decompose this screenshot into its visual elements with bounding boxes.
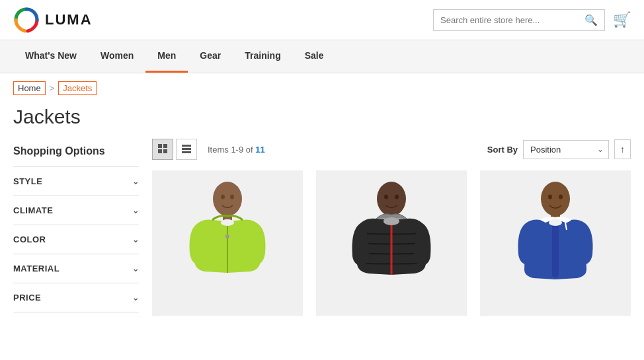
- sort-asc-icon: ↑: [620, 144, 625, 155]
- product-image-blue: [512, 174, 598, 312]
- product-card[interactable]: [480, 170, 631, 316]
- filter-label-material: MATERIAL: [13, 264, 60, 273]
- chevron-down-icon-material: ⌄: [132, 264, 140, 273]
- product-image-green: [184, 174, 270, 312]
- svg-rect-1: [158, 144, 162, 148]
- svg-rect-7: [182, 151, 191, 153]
- svg-point-18: [383, 217, 399, 225]
- svg-rect-2: [163, 144, 167, 148]
- svg-point-20: [395, 195, 399, 199]
- sort-label: Sort By: [487, 145, 518, 155]
- filter-group-climate: CLIMATE ⌄: [13, 196, 139, 225]
- product-image-wrapper: [316, 170, 467, 316]
- svg-point-25: [559, 195, 563, 199]
- product-card[interactable]: [316, 170, 467, 316]
- svg-rect-3: [158, 149, 162, 153]
- search-icon: 🔍: [584, 15, 598, 26]
- logo-text: LUMA: [45, 11, 93, 28]
- svg-point-12: [221, 219, 234, 226]
- svg-point-23: [549, 219, 562, 226]
- logo[interactable]: LUMA: [13, 7, 93, 33]
- nav-item-men[interactable]: Men: [145, 40, 188, 73]
- filter-header-style[interactable]: STYLE ⌄: [13, 167, 139, 196]
- svg-rect-6: [182, 148, 191, 150]
- nav-item-training[interactable]: Training: [233, 40, 292, 73]
- sort-select[interactable]: Position Product Name Price: [523, 140, 609, 159]
- svg-point-15: [377, 182, 406, 216]
- page-title: Jackets: [0, 103, 644, 139]
- filter-group-price: PRICE ⌄: [13, 283, 139, 312]
- cart-button[interactable]: 🛒: [613, 11, 631, 28]
- header: LUMA 🔍 🛒: [0, 0, 644, 40]
- grid-view-button[interactable]: [152, 139, 173, 160]
- filter-header-material[interactable]: MATERIAL ⌄: [13, 254, 139, 283]
- filter-group-material: MATERIAL ⌄: [13, 254, 139, 283]
- search-wrapper: 🔍: [433, 9, 605, 31]
- search-input[interactable]: [440, 15, 584, 25]
- filter-label-color: COLOR: [13, 234, 46, 244]
- breadcrumb-separator: >: [50, 83, 55, 93]
- filter-label-climate: CLIMATE: [13, 205, 53, 215]
- logo-icon: [13, 7, 40, 33]
- svg-point-14: [230, 195, 234, 199]
- filter-label-price: PRICE: [13, 293, 41, 303]
- product-image-wrapper: [152, 170, 303, 316]
- filter-group-style: STYLE ⌄: [13, 167, 139, 196]
- svg-point-13: [221, 195, 225, 199]
- sort-select-wrapper: Position Product Name Price ⌄: [523, 140, 609, 159]
- nav-item-whats-new[interactable]: What's New: [13, 40, 89, 73]
- chevron-down-icon-climate: ⌄: [132, 206, 140, 215]
- main-content: Shopping Options STYLE ⌄ CLIMATE ⌄ COLOR…: [0, 139, 644, 316]
- breadcrumb-home-link[interactable]: Home: [13, 81, 46, 95]
- cart-icon: 🛒: [613, 11, 631, 28]
- sort-wrapper: Sort By Position Product Name Price ⌄ ↑: [487, 139, 631, 159]
- svg-point-19: [384, 195, 388, 199]
- svg-rect-4: [163, 149, 167, 153]
- items-count: Items 1-9 of 11: [208, 145, 265, 155]
- product-area: Items 1-9 of 11 Sort By Position Product…: [152, 139, 631, 316]
- grid-view-icon: [157, 143, 168, 156]
- nav-item-sale[interactable]: Sale: [293, 40, 336, 73]
- breadcrumb-current: Jackets: [58, 81, 97, 95]
- product-grid: [152, 170, 631, 316]
- chevron-down-icon-color: ⌄: [132, 235, 140, 244]
- product-image-black: [348, 174, 434, 312]
- chevron-down-icon: ⌄: [132, 177, 140, 186]
- filter-header-color[interactable]: COLOR ⌄: [13, 225, 139, 254]
- breadcrumb: Home > Jackets: [0, 73, 644, 103]
- filter-header-price[interactable]: PRICE ⌄: [13, 283, 139, 312]
- svg-point-11: [225, 234, 229, 238]
- svg-rect-5: [182, 145, 191, 147]
- filter-label-style: STYLE: [13, 176, 42, 186]
- search-button[interactable]: 🔍: [584, 14, 598, 26]
- toolbar: Items 1-9 of 11 Sort By Position Product…: [152, 139, 631, 170]
- view-buttons: [152, 139, 197, 160]
- nav-item-women[interactable]: Women: [89, 40, 145, 73]
- list-view-icon: [181, 143, 192, 156]
- svg-point-8: [213, 182, 242, 216]
- items-total: 11: [255, 145, 264, 155]
- product-card[interactable]: [152, 170, 303, 316]
- list-view-button[interactable]: [176, 139, 197, 160]
- svg-point-21: [541, 182, 570, 216]
- sort-direction-button[interactable]: ↑: [614, 139, 631, 159]
- main-nav: What's New Women Men Gear Training Sale: [0, 40, 644, 73]
- nav-item-gear[interactable]: Gear: [188, 40, 233, 73]
- filter-group-color: COLOR ⌄: [13, 225, 139, 254]
- sidebar: Shopping Options STYLE ⌄ CLIMATE ⌄ COLOR…: [13, 139, 139, 316]
- filter-header-climate[interactable]: CLIMATE ⌄: [13, 196, 139, 225]
- svg-point-24: [548, 195, 552, 199]
- chevron-down-icon-price: ⌄: [132, 293, 140, 303]
- product-image-wrapper: [480, 170, 631, 316]
- sidebar-title: Shopping Options: [13, 139, 139, 167]
- nav-list: What's New Women Men Gear Training Sale: [13, 40, 631, 73]
- header-right: 🔍 🛒: [433, 9, 631, 31]
